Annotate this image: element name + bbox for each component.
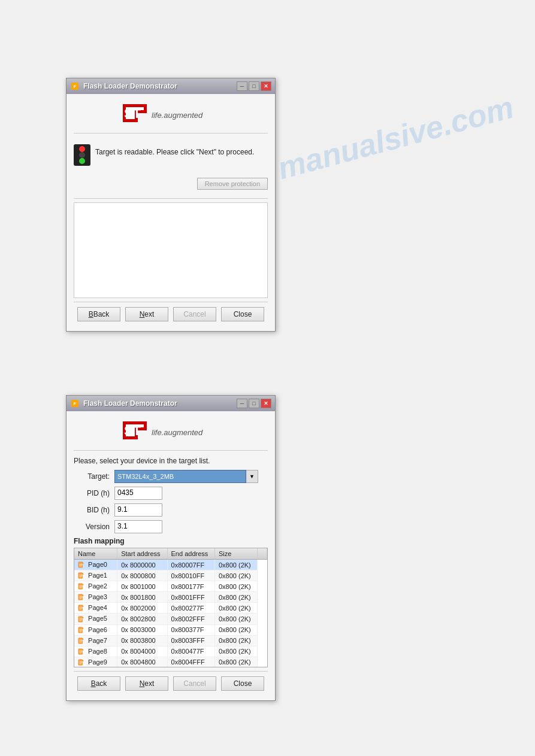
cell-start: 0x 8002800 — [117, 614, 167, 624]
logo-area-1: ST life.augmented — [74, 101, 268, 133]
dropdown-arrow-icon[interactable]: ▼ — [246, 470, 258, 483]
close-button-1[interactable]: Close — [221, 307, 264, 321]
table-row[interactable]: Page7 0x 8003800 0x8003FFF 0x800 (2K) — [74, 635, 267, 646]
back-label-1: BBack — [89, 310, 110, 318]
back-label-2: Back — [91, 679, 107, 688]
svg-marker-14 — [83, 573, 84, 575]
table-header-row: Name Start address End address Size — [74, 548, 267, 560]
cell-end: 0x800177F — [167, 581, 214, 592]
table-row[interactable]: Page9 0x 8004800 0x8004FFF 0x800 (2K) — [74, 657, 267, 667]
title-text-2: Flash Loader Demonstrator — [83, 399, 237, 408]
title-bar-2: F Flash Loader Demonstrator ─ □ ✕ — [67, 396, 275, 411]
minimize-btn-1[interactable]: ─ — [237, 81, 247, 91]
table-row[interactable]: Page6 0x 8003000 0x800377F 0x800 (2K) — [74, 624, 267, 635]
cell-size: 0x800 (2K) — [214, 646, 257, 657]
cell-name: Page7 — [74, 635, 117, 646]
yellow-light — [79, 152, 85, 158]
close-btn-2[interactable]: ✕ — [261, 399, 271, 408]
col-name: Name — [74, 548, 117, 560]
next-button-1[interactable]: Next — [125, 307, 168, 321]
col-size: Size — [214, 548, 257, 560]
svg-marker-24 — [83, 594, 84, 596]
svg-text:F: F — [74, 84, 77, 89]
svg-text:ST: ST — [124, 106, 141, 121]
cell-end: 0x800377F — [167, 624, 214, 635]
svg-marker-44 — [83, 638, 84, 640]
table-row[interactable]: Page0 0x 8000000 0x80007FF 0x800 (2K) — [74, 560, 267, 570]
next-button-2[interactable]: Next — [125, 676, 168, 691]
cell-size: 0x800 (2K) — [214, 614, 257, 624]
divider-1 — [74, 198, 268, 199]
next-label-1: Next — [140, 310, 155, 318]
status-area-1: Target is readable. Please click "Next" … — [74, 139, 268, 175]
table-row[interactable]: Page3 0x 8001800 0x8001FFF 0x800 (2K) — [74, 592, 267, 603]
content-box-1 — [74, 202, 268, 298]
bid-value-display: 9.1 — [114, 503, 162, 517]
maximize-btn-2[interactable]: □ — [249, 399, 259, 408]
minimize-btn-2[interactable]: ─ — [237, 399, 247, 408]
cell-end: 0x80007FF — [167, 560, 214, 570]
cell-start: 0x 8000000 — [117, 560, 167, 570]
cell-start: 0x 8003800 — [117, 635, 167, 646]
flash-mapping-label: Flash mapping — [74, 537, 268, 545]
back-button-2[interactable]: Back — [77, 676, 120, 691]
flash-table-container[interactable]: Name Start address End address Size — [74, 548, 268, 667]
remove-protection-area: Remove protection — [74, 175, 268, 195]
cancel-button-1[interactable]: Cancel — [173, 307, 216, 321]
cell-size: 0x800 (2K) — [214, 635, 257, 646]
svg-text:ST: ST — [124, 423, 141, 438]
title-bar-1: F Flash Loader Demonstrator ─ □ ✕ — [67, 78, 275, 94]
svg-rect-33 — [78, 616, 83, 621]
maximize-btn-1[interactable]: □ — [249, 81, 259, 91]
close-btn-1[interactable]: ✕ — [261, 81, 271, 91]
cell-size: 0x800 (2K) — [214, 624, 257, 635]
app-icon-2: F — [70, 399, 80, 408]
target-select[interactable]: STM32L4x_3_2MB — [114, 470, 246, 483]
st-logo-1: ST life.augmented — [117, 101, 225, 125]
table-row[interactable]: Page1 0x 8000800 0x80010FF 0x800 (2K) — [74, 570, 267, 581]
cell-name: Page1 — [74, 570, 117, 581]
svg-marker-49 — [83, 649, 84, 651]
window2: F Flash Loader Demonstrator ─ □ ✕ ST lif… — [66, 395, 276, 701]
cell-end: 0x800477F — [167, 646, 214, 657]
cell-name: Page0 — [74, 560, 117, 570]
version-value-display: 3.1 — [114, 520, 162, 533]
svg-rect-53 — [78, 660, 83, 665]
svg-rect-13 — [78, 573, 83, 578]
flash-table: Name Start address End address Size — [74, 548, 267, 667]
titlebar-buttons-2: ─ □ ✕ — [237, 399, 271, 408]
table-row[interactable]: Page5 0x 8002800 0x8002FFF 0x800 (2K) — [74, 614, 267, 624]
app-icon-1: F — [70, 81, 80, 91]
cancel-button-2[interactable]: Cancel — [173, 676, 216, 691]
svg-rect-23 — [78, 594, 83, 600]
svg-text:life.augmented: life.augmented — [152, 428, 203, 437]
cell-name: Page9 — [74, 657, 117, 667]
red-light — [79, 146, 85, 152]
back-button-1[interactable]: BBack — [77, 307, 120, 321]
cell-name: Page8 — [74, 646, 117, 657]
cell-name: Page3 — [74, 592, 117, 603]
remove-protection-button[interactable]: Remove protection — [197, 178, 268, 190]
table-row[interactable]: Page8 0x 8004000 0x800477F 0x800 (2K) — [74, 646, 267, 657]
svg-rect-38 — [78, 627, 83, 633]
svg-text:life.augmented: life.augmented — [152, 111, 203, 120]
cell-start: 0x 8001000 — [117, 581, 167, 592]
close-button-2[interactable]: Close — [221, 676, 264, 691]
table-row[interactable]: Page2 0x 8001000 0x800177F 0x800 (2K) — [74, 581, 267, 592]
cell-name: Page2 — [74, 581, 117, 592]
table-row[interactable]: Page4 0x 8002000 0x800277F 0x800 (2K) — [74, 603, 267, 614]
svg-marker-34 — [83, 616, 84, 618]
version-label: Version — [74, 523, 110, 531]
cell-start: 0x 8003000 — [117, 624, 167, 635]
target-row: Target: STM32L4x_3_2MB ▼ — [74, 470, 268, 483]
logo-area-2: ST life.augmented — [74, 418, 268, 451]
cell-end: 0x8003FFF — [167, 635, 214, 646]
title-text-1: Flash Loader Demonstrator — [83, 82, 237, 90]
cell-size: 0x800 (2K) — [214, 592, 257, 603]
watermark: manualsive.com — [274, 89, 518, 187]
svg-rect-28 — [78, 605, 83, 611]
footer-buttons-1: BBack Next Cancel Close — [74, 302, 268, 324]
cell-start: 0x 8002000 — [117, 603, 167, 614]
traffic-light-1 — [74, 144, 90, 166]
cell-size: 0x800 (2K) — [214, 581, 257, 592]
